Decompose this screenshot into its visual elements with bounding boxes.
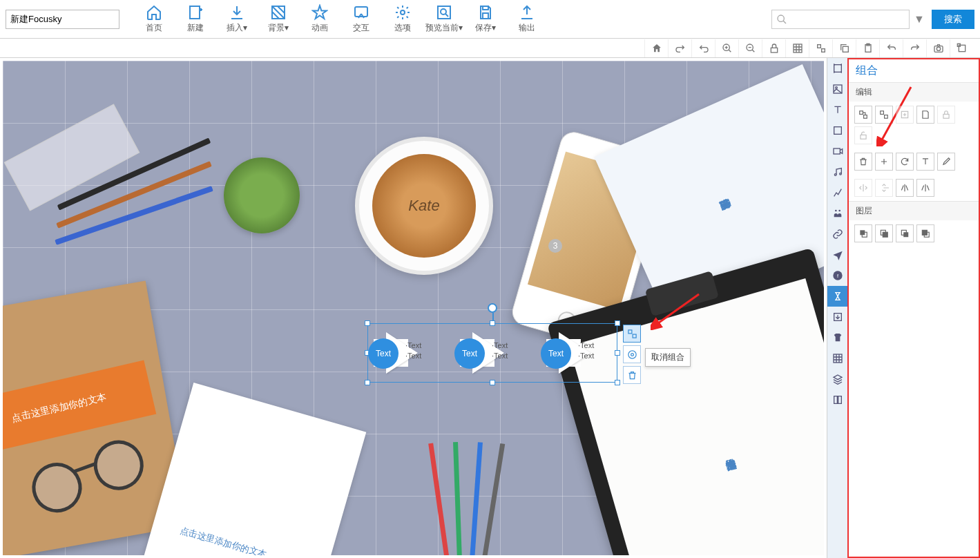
resize-handle-bl[interactable] xyxy=(365,380,370,385)
undo2-icon[interactable] xyxy=(879,39,903,57)
cactus-prop xyxy=(224,157,300,233)
insert-button[interactable]: 插入▾ xyxy=(216,2,258,37)
svg-rect-12 xyxy=(794,44,802,52)
background-button[interactable]: 背景▾ xyxy=(258,2,299,37)
vtool-book-icon[interactable] xyxy=(827,389,847,410)
flip-v-button[interactable] xyxy=(875,179,893,197)
svg-rect-51 xyxy=(883,232,887,237)
vtool-video-icon[interactable] xyxy=(827,141,847,162)
send-backward-button[interactable] xyxy=(896,224,914,242)
svg-rect-39 xyxy=(834,354,842,363)
redo2-icon[interactable] xyxy=(903,39,926,57)
vtool-tshirt-icon[interactable] xyxy=(827,327,847,348)
svg-point-19 xyxy=(936,47,940,50)
group-item-2[interactable]: Text·Text·Text xyxy=(454,329,537,378)
svg-rect-7 xyxy=(483,13,488,19)
svg-rect-42 xyxy=(864,115,867,119)
vtool-text-icon[interactable] xyxy=(827,99,847,120)
lock-button[interactable] xyxy=(937,106,955,124)
add-button[interactable] xyxy=(875,153,893,171)
save-group-button[interactable] xyxy=(916,106,934,124)
vtool-formula-icon[interactable] xyxy=(827,286,847,307)
svg-point-32 xyxy=(834,174,836,176)
layer-section-title: 图层 xyxy=(849,202,979,220)
edit-group-button[interactable] xyxy=(896,106,914,124)
export-button[interactable]: 输出 xyxy=(506,2,548,37)
animation-button[interactable]: 动画 xyxy=(299,2,340,37)
bring-front-button[interactable] xyxy=(854,224,872,242)
unlock-button[interactable] xyxy=(854,126,872,144)
vtool-music-icon[interactable] xyxy=(827,162,847,182)
vertical-toolbar: f xyxy=(827,58,847,558)
vtool-shape-icon[interactable] xyxy=(827,120,847,141)
paste-icon[interactable] xyxy=(856,39,879,57)
group-button[interactable] xyxy=(854,106,872,124)
coffee-cup-prop: Kate xyxy=(355,137,493,275)
save-button[interactable]: 保存▾ xyxy=(465,2,506,37)
new-button[interactable]: 新建 xyxy=(175,2,216,37)
ungroup-tooltip: 取消组合 xyxy=(645,348,691,367)
brush-button[interactable] xyxy=(937,153,955,171)
canvas-area[interactable]: Kate 点击这里添加你的文本 3 点击这里添加你的文本 点击这里添加你的文本 … xyxy=(0,58,827,558)
document-title-input[interactable] xyxy=(6,10,119,29)
search-dropdown[interactable]: ▼ xyxy=(914,13,928,26)
search-button[interactable]: 搜索 xyxy=(932,10,974,29)
pencil-cup-prop xyxy=(445,442,486,558)
text-tool-button[interactable] xyxy=(916,153,934,171)
vtool-link-icon[interactable] xyxy=(827,224,847,244)
camera-icon[interactable] xyxy=(926,39,950,57)
resize-handle-br[interactable] xyxy=(615,380,620,385)
vtool-frame-icon[interactable] xyxy=(827,58,847,79)
group-item-1[interactable]: Text·Text·Text xyxy=(368,329,451,378)
copy-icon[interactable] xyxy=(832,39,856,57)
undo-icon[interactable] xyxy=(691,39,715,57)
search-icon xyxy=(776,14,787,25)
svg-rect-55 xyxy=(922,230,927,235)
svg-rect-48 xyxy=(860,230,865,235)
pencils-prop xyxy=(51,164,231,247)
group-item-3[interactable]: Text·Text·Text xyxy=(541,329,624,378)
vtool-plane-icon[interactable] xyxy=(827,244,847,265)
vtool-image-icon[interactable] xyxy=(827,79,847,99)
ungroup-button[interactable] xyxy=(875,106,893,124)
resize-handle-t[interactable] xyxy=(490,320,495,326)
delete-float-button[interactable] xyxy=(623,366,641,384)
fullscreen-icon[interactable] xyxy=(950,39,973,57)
lock-icon[interactable] xyxy=(762,39,785,57)
grid-icon[interactable] xyxy=(785,39,809,57)
svg-rect-23 xyxy=(633,334,636,338)
settings-float-button[interactable] xyxy=(623,345,641,363)
rotate-handle[interactable] xyxy=(488,303,497,313)
resize-handle-tr[interactable] xyxy=(615,320,620,326)
selected-group[interactable]: Text·Text·Text Text·Text·Text Text·Text·… xyxy=(367,323,617,383)
align-icon[interactable] xyxy=(809,39,832,57)
search-box[interactable] xyxy=(771,10,910,29)
resize-handle-tl[interactable] xyxy=(365,320,370,326)
ungroup-float-button[interactable] xyxy=(623,325,641,343)
options-button[interactable]: 选项 xyxy=(382,2,423,37)
vtool-table-icon[interactable] xyxy=(827,348,847,369)
flip-vertical-icon[interactable] xyxy=(916,179,934,197)
redo-icon[interactable] xyxy=(668,39,691,57)
flip-horizontal-icon[interactable] xyxy=(896,179,914,197)
zoom-in-icon[interactable] xyxy=(715,39,738,57)
svg-rect-46 xyxy=(943,114,949,118)
vtool-export-icon[interactable] xyxy=(827,307,847,327)
interact-button[interactable]: 交互 xyxy=(340,2,382,37)
preview-button[interactable]: 预览当前▾ xyxy=(423,2,465,37)
vtool-layers-icon[interactable] xyxy=(827,369,847,389)
svg-point-33 xyxy=(839,173,841,175)
sub-home-icon[interactable] xyxy=(644,39,668,57)
rotate-button[interactable] xyxy=(896,153,914,171)
delete-button[interactable] xyxy=(854,153,872,171)
resize-handle-b[interactable] xyxy=(490,380,495,385)
vtool-people-icon[interactable] xyxy=(827,203,847,224)
flip-h-button[interactable] xyxy=(854,179,872,197)
vtool-chart-icon[interactable] xyxy=(827,182,847,203)
zoom-out-icon[interactable] xyxy=(738,39,762,57)
vtool-flash-icon[interactable]: f xyxy=(827,265,847,286)
edit-section-title: 编辑 xyxy=(849,83,979,102)
bring-forward-button[interactable] xyxy=(875,224,893,242)
send-back-button[interactable] xyxy=(916,224,934,242)
home-button[interactable]: 首页 xyxy=(133,2,175,37)
